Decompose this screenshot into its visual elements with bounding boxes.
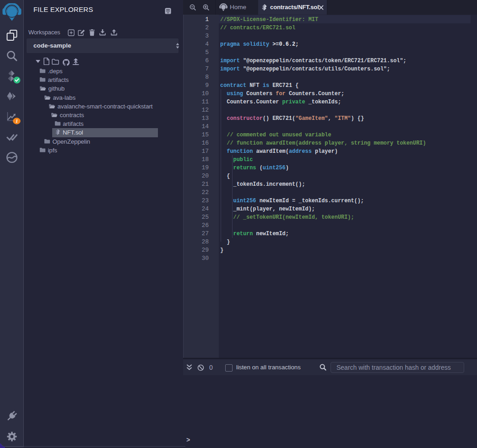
svg-text:1: 1 xyxy=(16,119,18,124)
